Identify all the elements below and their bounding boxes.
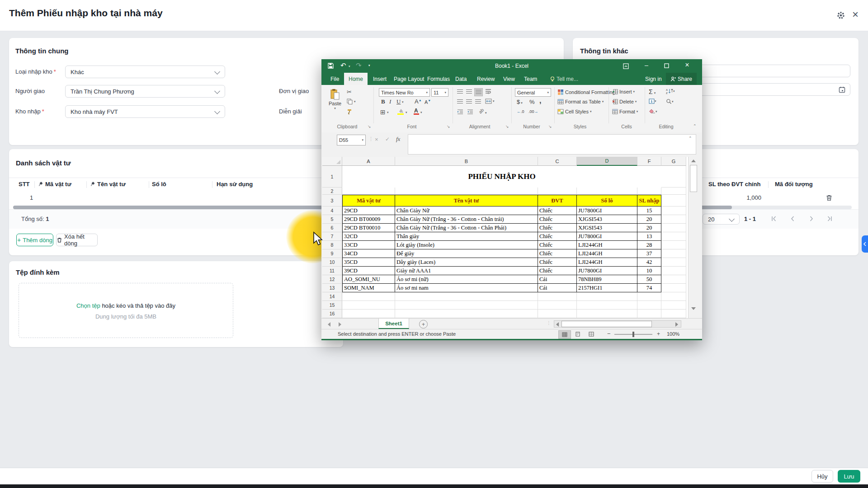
excel-cell[interactable]: Dây giày (Laces)	[395, 258, 538, 267]
align-left-icon[interactable]	[457, 99, 463, 104]
excel-cell[interactable]	[661, 275, 686, 284]
excel-cell[interactable]	[342, 301, 395, 310]
excel-cell[interactable]	[637, 301, 661, 310]
align-middle-icon[interactable]	[466, 89, 472, 94]
excel-cell[interactable]: 15	[637, 206, 661, 215]
gear-icon[interactable]	[836, 11, 845, 20]
excel-cell[interactable]	[342, 292, 395, 301]
excel-cell[interactable]	[661, 284, 686, 292]
excel-cell[interactable]	[342, 188, 395, 195]
minimize-icon[interactable]: –	[642, 61, 651, 69]
decrease-decimal-icon[interactable]: .00→	[528, 109, 538, 114]
underline-dropdown-icon[interactable]: ▾	[402, 100, 404, 104]
font-color-dropdown-icon[interactable]: ▾	[420, 111, 422, 114]
excel-hscrollbar[interactable]	[554, 320, 681, 328]
autosum-button[interactable]: Σ▾	[649, 88, 656, 95]
col-han-su-dung[interactable]: Hạn sử dụng	[217, 181, 253, 188]
excel-cell[interactable]: 34CD	[342, 249, 395, 258]
excel-cell[interactable]	[637, 310, 661, 318]
underline-button[interactable]: U	[396, 98, 401, 105]
excel-cell[interactable]	[538, 301, 577, 310]
format-painter-icon[interactable]	[347, 108, 353, 114]
excel-cell[interactable]: LJI244GH	[577, 258, 637, 267]
excel-cell[interactable]	[661, 215, 686, 224]
excel-cell[interactable]: Chiếc	[538, 224, 577, 232]
orientation-dropdown-icon[interactable]: ▾	[485, 111, 487, 115]
excel-cell[interactable]: Thân giày	[395, 232, 538, 241]
excel-cell[interactable]	[661, 249, 686, 258]
excel-row-header-12[interactable]: 12	[322, 275, 342, 284]
excel-cell[interactable]	[661, 188, 686, 195]
prev-page-icon[interactable]	[789, 216, 796, 222]
excel-cell[interactable]: AO_SOMI_NU	[342, 275, 395, 284]
file-dropzone[interactable]: Chọn tệp hoặc kéo và thả tệp vào đây Dun…	[19, 283, 233, 338]
excel-cell[interactable]: Chân Giày Nữ	[395, 206, 538, 215]
font-color-button[interactable]: A	[414, 108, 418, 114]
tab-file[interactable]: File	[326, 73, 344, 85]
tab-formulas[interactable]: Formulas	[423, 73, 454, 85]
excel-row-header-13[interactable]: 13	[322, 284, 342, 292]
excel-row-header-5[interactable]: 5	[322, 215, 342, 224]
excel-cell[interactable]	[395, 188, 538, 195]
shrink-font-button[interactable]: A▼	[425, 99, 431, 105]
excel-cell[interactable]: 29CD BT00009	[342, 215, 395, 224]
excel-cell[interactable]: Cái	[538, 284, 577, 292]
close-window-icon[interactable]: ×	[681, 61, 693, 69]
zoom-slider-thumb[interactable]	[632, 332, 634, 337]
excel-cell[interactable]: JU7800GI	[577, 206, 637, 215]
dialog-launcher-icon[interactable]: ↘	[447, 124, 450, 129]
collapse-ribbon-icon[interactable]: ⌃	[693, 124, 697, 128]
excel-cell[interactable]: 32CD	[342, 232, 395, 241]
sort-filter-button[interactable]: AZ ▾	[666, 88, 675, 94]
excel-table-header[interactable]: Số lô	[577, 195, 637, 206]
excel-col-header-F[interactable]: F	[637, 157, 661, 166]
excel-cell[interactable]	[661, 310, 686, 318]
excel-cell[interactable]	[661, 224, 686, 232]
pin-icon[interactable]	[38, 181, 43, 187]
excel-cell[interactable]: 74	[637, 284, 661, 292]
excel-row-header-14[interactable]: 14	[322, 292, 342, 301]
tab-home[interactable]: Home	[344, 73, 368, 85]
borders-button[interactable]: ⊞	[380, 108, 386, 116]
excel-cell[interactable]: Áo sơ mi nam	[395, 284, 538, 292]
page-size-select[interactable]: 20	[703, 214, 740, 225]
excel-cell[interactable]: 29CD	[342, 206, 395, 215]
dialog-launcher-icon[interactable]: ↘	[505, 124, 509, 129]
col-ten-vat-tu[interactable]: Tên vật tư	[97, 181, 126, 188]
excel-cell[interactable]	[577, 301, 637, 310]
prev-sheet-icon[interactable]	[328, 322, 330, 327]
excel-cell[interactable]: 2157HGI1	[577, 284, 637, 292]
excel-cell[interactable]: Chiếc	[538, 267, 577, 275]
tab-view[interactable]: View	[499, 73, 519, 85]
zoom-out-icon[interactable]: −	[607, 330, 611, 337]
cut-icon[interactable]: ✂	[347, 89, 352, 95]
name-box[interactable]: D55▾	[337, 135, 366, 145]
fill-color-dropdown-icon[interactable]: ▾	[406, 111, 407, 114]
format-as-table-button[interactable]: Format as Table▾	[557, 99, 604, 104]
excel-cell[interactable]	[395, 301, 538, 310]
excel-cell[interactable]: LJI244GH	[577, 249, 637, 258]
accounting-format-icon[interactable]: $▾	[517, 99, 523, 105]
excel-cell[interactable]: 39CD	[342, 267, 395, 275]
excel-cell[interactable]	[661, 267, 686, 275]
cancel-button[interactable]: Hủy	[811, 470, 833, 483]
excel-cell[interactable]: JU7800GI	[577, 267, 637, 275]
excel-cell[interactable]	[637, 188, 661, 195]
excel-cell[interactable]: 20	[637, 224, 661, 232]
zoom-level[interactable]: 100%	[667, 331, 679, 337]
normal-view-icon[interactable]	[558, 330, 571, 339]
format-cells-button[interactable]: Format▾	[612, 109, 638, 114]
col-so-lo[interactable]: Số lô	[152, 181, 166, 188]
next-page-icon[interactable]	[808, 216, 815, 222]
excel-col-header-C[interactable]: C	[538, 157, 577, 166]
excel-cell[interactable]: Chân Giày Nữ (Trắng - 36 - Cotton - Chân…	[395, 215, 538, 224]
excel-row-header-15[interactable]: 15	[322, 301, 342, 310]
excel-cell[interactable]: 13	[637, 232, 661, 241]
excel-table-header[interactable]: ĐVT	[538, 195, 577, 206]
insert-function-icon[interactable]: fx	[396, 136, 400, 143]
excel-cell[interactable]	[661, 232, 686, 241]
excel-cell[interactable]: 78NBH89	[577, 275, 637, 284]
excel-cell[interactable]	[395, 292, 538, 301]
excel-cell[interactable]	[637, 292, 661, 301]
excel-cell[interactable]: 33CD	[342, 241, 395, 249]
